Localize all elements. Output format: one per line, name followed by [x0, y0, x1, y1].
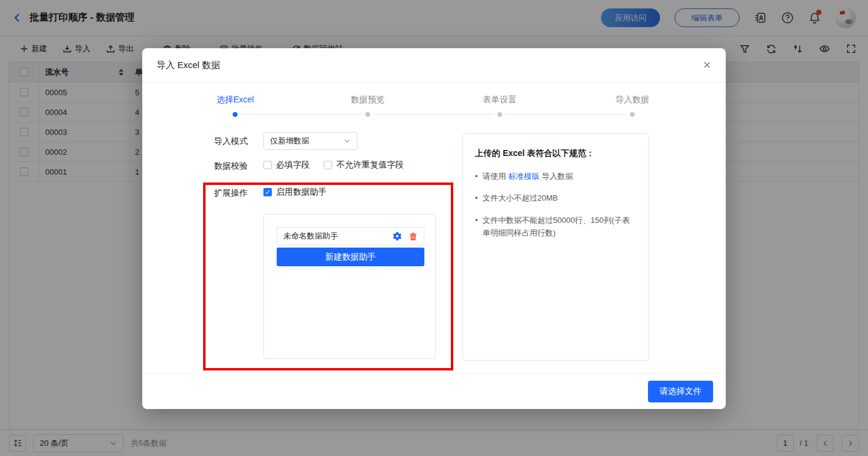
step-dot-active	[233, 112, 237, 117]
checkbox-unchecked[interactable]	[324, 161, 332, 169]
page: 批量打印顺序 - 数据管理 应用访问 编辑表单 新建 导入	[0, 0, 868, 456]
modal-body: 选择Excel 数据预览 表单设置 导入数据 导入模式 仅新增数据 数据校验	[142, 83, 726, 373]
rule-item: • 文件大小不超过20MB	[475, 192, 637, 204]
upload-rules-panel: 上传的 Excel 表符合以下规范： • 请使用 标准模版 导入数据 • 文件大…	[462, 133, 649, 361]
rule-item: • 文件中数据不能超过50000行、150列(子表单明细同样占用行数)	[475, 214, 637, 240]
standard-template-link[interactable]: 标准模版	[508, 172, 539, 181]
enable-data-assistant-checkbox[interactable]: ✓ 启用数据助手	[263, 187, 327, 198]
delete-icon[interactable]	[409, 232, 418, 241]
import-excel-modal: 导入 Excel 数据 ✕ 选择Excel 数据预览 表单设置 导入数据 导入模…	[142, 48, 726, 409]
modal-title: 导入 Excel 数据	[157, 60, 220, 71]
step-connector	[374, 114, 494, 114]
step-connector	[506, 114, 626, 114]
step-form-settings: 表单设置	[483, 95, 517, 105]
modal-footer: 请选择文件	[142, 373, 726, 409]
assistant-name: 未命名数据助手	[283, 231, 338, 242]
import-mode-select[interactable]: 仅新增数据	[263, 132, 357, 150]
checkbox-unchecked[interactable]	[263, 161, 272, 169]
data-assistant-panel: 未命名数据助手 新建数据助手	[263, 214, 436, 359]
extension-ops-label: 扩展操作	[214, 187, 248, 199]
rules-title: 上传的 Excel 表符合以下规范：	[475, 148, 637, 159]
required-fields-checkbox[interactable]: 必填字段	[263, 160, 310, 170]
step-import-data: 导入数据	[615, 95, 649, 105]
close-icon[interactable]: ✕	[703, 60, 711, 70]
modal-header: 导入 Excel 数据 ✕	[142, 48, 726, 83]
chevron-down-icon	[344, 137, 351, 145]
step-dot	[630, 112, 635, 117]
step-connector	[241, 114, 362, 114]
create-assistant-button[interactable]: 新建数据助手	[277, 248, 424, 266]
data-validation-label: 数据校验	[214, 160, 248, 172]
step-dot	[497, 112, 502, 117]
rule-item: • 请使用 标准模版 导入数据	[475, 170, 637, 183]
gear-icon[interactable]	[392, 231, 402, 241]
import-mode-label: 导入模式	[214, 132, 248, 150]
no-duplicate-checkbox[interactable]: 不允许重复值字段	[324, 160, 404, 170]
checkbox-checked[interactable]: ✓	[263, 188, 272, 196]
data-assistant-item[interactable]: 未命名数据助手	[277, 227, 424, 245]
step-data-preview: 数据预览	[351, 95, 385, 105]
select-file-button[interactable]: 请选择文件	[648, 381, 713, 402]
step-dot	[365, 112, 370, 117]
step-select-excel[interactable]: 选择Excel	[216, 95, 254, 105]
